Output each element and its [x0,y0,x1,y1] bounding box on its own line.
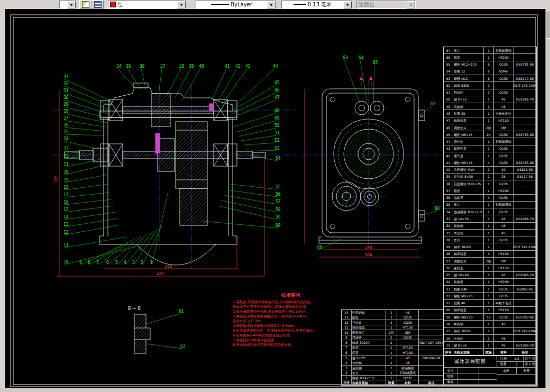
bom-cell: GB/T 297-1994 [514,243,536,250]
drawing-canvas[interactable]: B — B 225 310 426 [5,9,546,388]
technical-requirements-lines: 1.装配前,所有零件用煤油清洗,滚动轴承用汽油清洗, 机体内不许有任何杂物存在,… [233,300,349,348]
bom-cell: 50 [444,96,453,103]
bom-cell: 40 [444,167,453,173]
bom-cell [514,138,536,144]
chevron-down-icon[interactable]: ▼ [267,1,276,8]
bom-cell: 46 [444,124,453,131]
bom-cell: 备注 [514,349,536,355]
color-swatch-icon [110,2,116,7]
bom-cell: HT150 [494,265,514,271]
layer-properties-button[interactable] [91,0,104,9]
bom-row: 14中间齿轮145 [342,310,444,315]
bom-row: 28轴承端盖1HT150 [444,250,536,257]
bom-cell: 45 [494,321,514,327]
chevron-down-icon[interactable]: ▼ [177,1,186,8]
bom-cell: 1 [484,117,494,124]
bom-row: 38启盖螺钉 M10×351Q235 [444,180,536,187]
bom-row: 23挡圈 B401Q235GB892-86 [444,285,536,292]
bom-row: 34放油螺塞 M16×1.51Q235 [444,208,536,215]
bom-cell: 1 [484,286,494,292]
bom-row: 18中间轴145 [444,320,536,327]
bom-cell: 1 [484,195,494,201]
chevron-down-icon[interactable]: ▼ [67,1,76,8]
bom-header-row: 序号名称及规格数量材料备注 [444,348,536,355]
aa-section-label-1: A [360,77,363,81]
bom-cell: 高速轴 [453,103,484,110]
bom-row: 44密封垫1石棉橡胶纸 [444,138,536,144]
linetype-combo[interactable]: ByLayer ▼ [196,1,276,9]
bom-cell: 16 [444,335,453,341]
callout-43: 43 [245,65,251,69]
bom-cell: 螺栓 M8×20 [453,314,484,320]
bom-row: 36油标尺1Q235 [444,194,536,201]
callout-6: 6 [106,261,109,265]
bom-row: 13隔套1Q235 [342,315,444,320]
callout-55: 55 [276,185,281,189]
callout-27: 27 [63,116,69,121]
bom-cell: 窥视孔盖 [453,145,484,152]
callout-1: 1 [150,261,153,265]
callout-56: 56 [276,193,281,197]
bom-cell: 1 [484,321,494,327]
bom-cell: 57 [444,47,453,53]
callout-13: 13 [63,223,69,227]
lineweight-combo[interactable]: 0.13 毫米 ▼ [281,1,352,9]
bom-cell: HT150 [494,307,514,313]
bom-row: 4齿轮轴145 [342,360,444,365]
bom-cell [514,293,536,299]
callout-2: 2 [141,261,143,265]
bom-cell: 28 [444,251,453,257]
bom-cell [514,89,536,96]
check-label: 校核 [444,373,457,379]
technical-requirements-title: 技术要求 [233,292,349,299]
bom-cell: 45 [494,223,514,229]
color-combo[interactable]: 红 ▼ [108,1,186,9]
bom-cell: 52 [444,82,453,88]
bom-row: 39定位销 8×30235GB117-86 [444,173,536,180]
bom-cell: 6 [484,61,494,68]
bom-row: 35垫片1石棉橡胶纸 [444,201,536,208]
callout-53: 53 [274,147,280,151]
audit-label: 审核 [444,380,457,385]
callout-44: 44 [273,65,278,69]
bom-cell: 螺栓 M6×16 [453,159,484,166]
bom-row: 43窥视孔盖1Q235 [444,145,536,152]
vertical-scrollbar[interactable] [545,9,550,388]
bom-cell: 密封垫 [453,138,484,144]
layer-combo[interactable]: ▼ [59,1,76,9]
bom-cell: 43 [444,145,453,152]
bom-row: 47轴承端盖1HT150 [444,117,536,124]
bom-cell [419,366,444,370]
bom-cell: Q235 [494,75,514,81]
bom-cell: 密封盖 [453,265,484,271]
bom-cell: 1 [342,376,352,380]
bom-cell: 35 [494,174,514,180]
bom-cell [419,370,444,375]
bom-cell: 隔套 [352,315,386,320]
bom-cell: 45 [494,215,514,222]
bom-cell [514,187,536,194]
bom-cell: 36 [444,195,453,201]
bom-cell: Q235 [494,152,514,159]
make-object-layer-current-button[interactable] [79,0,91,9]
main-section-view [65,83,265,265]
note-line: 1.装配前,所有零件用煤油清洗,滚动轴承用汽油清洗, [233,300,349,305]
bom-cell [514,251,536,257]
bom-cell [514,208,536,215]
bom-cell: 4 [342,360,352,365]
technical-requirements: 技术要求 1.装配前,所有零件用煤油清洗,滚动轴承用汽油清洗, 机体内不许有任何… [233,292,349,348]
callout-4: 4 [124,261,126,265]
bom-cell: 键 10×40 [453,272,484,278]
scale-value: 1:2 [510,355,524,361]
bom-row: 15键 8×36145GB1096-79 [444,341,536,348]
vertical-scrollbar-thumb[interactable] [546,10,550,39]
bom-cell: 键 14×56 [453,215,484,222]
chevron-down-icon[interactable]: ▼ [343,1,352,8]
bom-cell: 39 [444,174,453,180]
scale-label: 比例 [497,355,510,361]
bom-row: 55螺栓 M12×1006Q235GB5781-86 [444,61,536,68]
horizontal-scrollbar[interactable] [0,388,546,392]
bom-cell: 1 [484,272,494,278]
bom-cell: 22 [444,293,453,299]
bom-cell: 调整垫片 [453,124,484,131]
